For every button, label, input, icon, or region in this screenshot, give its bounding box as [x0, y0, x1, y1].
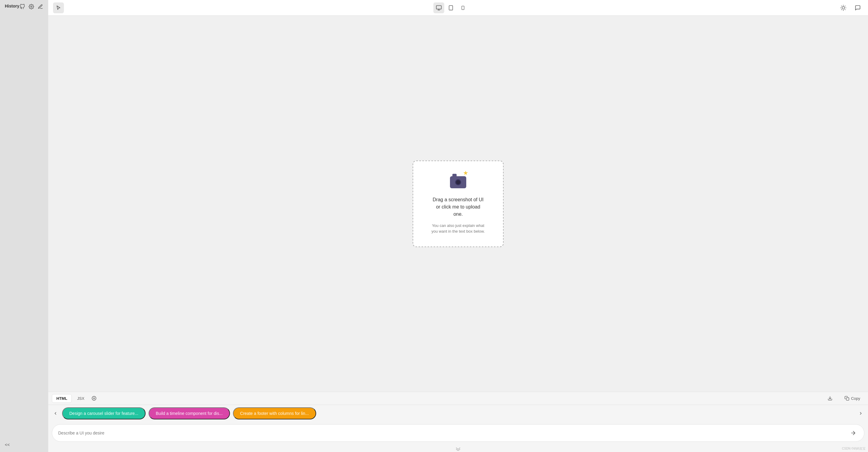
svg-line-16	[845, 6, 845, 6]
sidebar-collapse-button[interactable]: <<	[5, 442, 10, 447]
svg-point-8	[842, 6, 844, 9]
input-box	[52, 424, 864, 442]
chat-button[interactable]	[852, 2, 863, 13]
svg-rect-1	[436, 5, 441, 9]
tab-add-button[interactable]	[90, 394, 98, 402]
upload-card[interactable]: Drag a screenshot of UIor click me to up…	[412, 161, 503, 247]
download-button[interactable]	[824, 394, 837, 402]
mobile-view-button[interactable]	[458, 2, 468, 13]
tab-html[interactable]: HTML	[52, 394, 72, 403]
suggestions-bar: Design a carousel slider for feature... …	[48, 405, 868, 422]
gear-icon[interactable]	[28, 4, 34, 10]
cursor-tool-button[interactable]	[53, 2, 64, 13]
suggestions-scroll-left-button[interactable]	[52, 410, 59, 417]
desktop-view-button[interactable]	[433, 2, 444, 13]
sidebar: History <<	[0, 0, 48, 452]
preview-area[interactable]: Drag a screenshot of UIor click me to up…	[48, 16, 868, 392]
svg-rect-21	[846, 398, 849, 400]
toolbar-right	[838, 2, 863, 13]
suggestion-pill-1[interactable]: Design a carousel slider for feature...	[62, 407, 146, 419]
github-icon[interactable]	[19, 4, 25, 10]
tabs-right: Copy	[824, 394, 864, 402]
tablet-view-button[interactable]	[445, 2, 456, 13]
describe-input[interactable]	[58, 430, 848, 435]
sidebar-header: History	[5, 4, 43, 10]
suggestions-scroll-right-button[interactable]	[857, 410, 864, 417]
suggestion-pill-2[interactable]: Build a timeline component for dis...	[149, 407, 230, 419]
toolbar-center	[433, 2, 468, 13]
sidebar-title: History	[5, 4, 19, 8]
copy-label: Copy	[851, 396, 860, 401]
svg-line-11	[841, 6, 842, 6]
toolbar-left	[53, 2, 64, 13]
camera-icon	[447, 173, 469, 191]
bottom-chevron[interactable]	[48, 445, 868, 452]
tabs-left: HTML JSX	[52, 394, 98, 403]
camera-lens	[455, 179, 461, 185]
camera-bump	[453, 174, 457, 176]
code-tabs-bar: HTML JSX	[48, 392, 868, 405]
toolbar	[48, 0, 868, 16]
edit-icon[interactable]	[37, 4, 43, 10]
copy-button[interactable]: Copy	[840, 394, 864, 402]
svg-line-15	[841, 9, 842, 10]
sparkle-icon	[463, 171, 468, 176]
send-button[interactable]	[848, 428, 858, 438]
svg-line-12	[845, 9, 845, 10]
upload-main-text: Drag a screenshot of UIor click me to up…	[433, 196, 484, 218]
svg-point-0	[31, 6, 32, 7]
tab-jsx[interactable]: JSX	[73, 394, 89, 402]
camera-body	[450, 176, 466, 188]
upload-sub-text: You can also just explain whatyou want i…	[431, 223, 485, 234]
input-area	[48, 422, 868, 445]
theme-toggle-button[interactable]	[838, 2, 849, 13]
main-content: Drag a screenshot of UIor click me to up…	[48, 0, 868, 452]
suggestion-pill-3[interactable]: Create a footer with columns for lin...	[233, 407, 316, 419]
sidebar-icons	[19, 4, 43, 10]
watermark: CSDN ©码码玄宝	[842, 447, 866, 451]
